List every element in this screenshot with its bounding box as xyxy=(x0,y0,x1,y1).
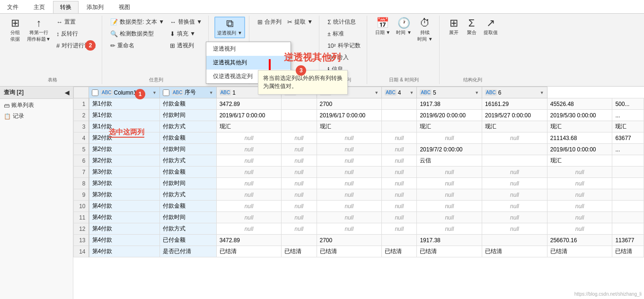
group-table-content: ⊞ 分组依据 ↑ 将第一行用作标题▼ 2 ↔ 置置 ↕ 反转行 xyxy=(7,17,98,75)
unpivot-col-button[interactable]: ⧉ 逆透视列 ▼ xyxy=(214,17,245,38)
col5-dropdown-arrow[interactable]: ▼ xyxy=(374,90,379,95)
cell-col2: 付款金额 xyxy=(159,98,216,110)
cell-data: 2019/5/30 0:00:00 xyxy=(547,110,612,121)
col1-label: Column1 xyxy=(114,89,137,96)
col2-type-icon: ABC xyxy=(172,89,184,96)
tab-file[interactable]: 文件 xyxy=(0,1,26,13)
cell-data: null xyxy=(282,155,317,167)
fill-button[interactable]: ⬇ 填充 ▼ xyxy=(168,28,204,39)
cell-data: null xyxy=(317,189,382,201)
cell-data: null xyxy=(382,189,417,201)
tab-home[interactable]: 主页 xyxy=(26,1,52,13)
collapse-panel-button[interactable]: ◀ xyxy=(65,89,69,96)
scientific-button[interactable]: 10² 科学记数 xyxy=(325,40,362,51)
use-first-row-label: 将第一行用作标题▼ xyxy=(27,29,51,43)
col8-type-icon: ABC xyxy=(485,89,497,96)
col2-checkbox[interactable] xyxy=(163,89,169,96)
col-header-4[interactable]: ABC 4 ▼ xyxy=(382,87,417,98)
extract-button[interactable]: ✂ 提取 ▼ xyxy=(285,17,315,27)
row-number: 11 xyxy=(74,212,89,223)
tab-view[interactable]: 视图 xyxy=(112,1,137,13)
scientific-icon: 10² xyxy=(327,43,335,49)
cell-data: 现汇 xyxy=(216,121,282,132)
cell-data: 现汇 xyxy=(417,121,482,132)
transpose-icon: ↔ xyxy=(56,18,62,26)
tab-transform[interactable]: 转换 xyxy=(53,1,79,13)
stats-button[interactable]: Σ 统计信息 xyxy=(325,17,358,27)
annotation-1-text: 选中这两列 xyxy=(109,128,144,138)
duration-button[interactable]: ⏱ 持续时间 ▼ xyxy=(415,17,435,44)
group-by-icon: ⊞ xyxy=(11,18,19,28)
merge-col-button[interactable]: ⊞ 合并列 xyxy=(255,17,284,27)
group-struct-label: 结构化列 xyxy=(463,75,482,83)
col-header-6[interactable]: ABC 6 ▼ xyxy=(482,87,547,98)
col2-dropdown-arrow[interactable]: ▼ xyxy=(209,90,213,95)
cell-data: 云信 xyxy=(417,155,482,167)
aggregate-button[interactable]: Σ 聚合 xyxy=(463,17,480,37)
standard-button[interactable]: ± 标准 xyxy=(325,28,346,39)
cell-data: 已结清 xyxy=(547,246,612,257)
table-container: ABC Column1 ▼ ABC 序号 ▼ xyxy=(73,87,644,257)
row-number: 10 xyxy=(74,201,89,212)
time-button[interactable]: 🕐 时间 ▼ xyxy=(394,17,414,37)
cell-data: null xyxy=(216,178,282,189)
cell-data xyxy=(612,223,644,235)
cell-data xyxy=(482,144,547,155)
data-type-button[interactable]: 📝 数据类型: 文本 ▼ xyxy=(108,17,167,27)
replace-label: 替换值 ▼ xyxy=(178,18,202,26)
date-button[interactable]: 📅 日期 ▼ xyxy=(373,17,393,37)
record-item[interactable]: 📋 记录 xyxy=(2,111,69,122)
col-header-column1[interactable]: ABC Column1 ▼ xyxy=(89,87,160,98)
cell-data: null xyxy=(282,189,317,201)
data-type-label: 数据类型: 文本 ▼ xyxy=(120,18,164,26)
group-by-label: 分组依据 xyxy=(10,29,20,43)
cell-data: null xyxy=(216,201,282,212)
col1-checkbox[interactable] xyxy=(92,89,98,96)
reverse-rows-icon: ↕ xyxy=(56,30,60,37)
tab-add-column[interactable]: 添加列 xyxy=(79,1,111,13)
unpivot-other-highlight: 逆透视其他列 xyxy=(284,51,341,64)
fill-label: 填充 ▼ xyxy=(177,30,195,38)
transpose-label: 置置 xyxy=(64,18,76,26)
rename-button[interactable]: ✏ 重命名 xyxy=(108,40,167,51)
replace-value-button[interactable]: ↔ 替换值 ▼ xyxy=(168,17,204,27)
row-number: 5 xyxy=(74,144,89,155)
data-table: ABC Column1 ▼ ABC 序号 ▼ xyxy=(73,87,644,257)
account-list-item[interactable]: 🗃 账单列表 xyxy=(2,100,69,111)
cell-data: null xyxy=(216,189,282,201)
group-by-button[interactable]: ⊞ 分组依据 xyxy=(7,17,24,44)
annotation-2: 2 xyxy=(85,40,96,51)
cell-data: null xyxy=(282,223,317,235)
col7-dropdown-arrow[interactable]: ▼ xyxy=(475,90,479,95)
cell-col1: 第4付款 xyxy=(89,235,160,246)
cell-data: null xyxy=(216,132,282,144)
cell-data: null xyxy=(216,144,282,155)
col-header-5[interactable]: ABC 5 ▼ xyxy=(417,87,482,98)
cell-data: null xyxy=(547,189,612,201)
col3-label: 1 xyxy=(232,89,236,96)
use-first-row-button[interactable]: ↑ 将第一行用作标题▼ xyxy=(25,17,53,44)
group-table-label: 表格 xyxy=(48,75,57,83)
cell-data: null xyxy=(382,167,417,178)
col8-dropdown-arrow[interactable]: ▼ xyxy=(540,90,544,95)
cell-data: 1917.38 xyxy=(417,235,482,246)
col6-dropdown-arrow[interactable]: ▼ xyxy=(409,90,414,95)
cell-col2: 是否已付清 xyxy=(159,246,216,257)
col-header-xuhao[interactable]: ABC 序号 ▼ xyxy=(159,87,216,98)
unpivot-item-other[interactable]: 逆透视其他列 xyxy=(206,56,291,70)
extract-value-button[interactable]: ↗ 提取值 xyxy=(481,17,500,37)
cell-col2: 付款方式 xyxy=(159,223,216,235)
expand-button[interactable]: ⊞ 展开 xyxy=(445,17,462,37)
cell-data: 现汇 xyxy=(547,121,612,132)
unpivot-item-unpivot[interactable]: 逆透视列 xyxy=(206,42,291,56)
left-panel: 查询 [2] ◀ 🗃 账单列表 📋 记录 xyxy=(0,87,73,299)
reverse-rows-button[interactable]: ↕ 反转行 xyxy=(54,28,98,39)
detect-label: 检测数据类型 xyxy=(120,30,154,38)
table-row: 14第4付款是否已付清已结清已结清已结清已结清已结清已结清已结清已结清 xyxy=(74,246,644,257)
detect-data-type-button[interactable]: 🔍 检测数据类型 xyxy=(108,28,167,39)
pivot-col-button[interactable]: ⊞ 透视列 xyxy=(168,40,204,51)
transpose-button[interactable]: ↔ 置置 xyxy=(54,17,98,27)
cell-col2: 付款方式 xyxy=(159,121,216,132)
cell-data: 63677 xyxy=(612,132,644,144)
col1-dropdown-arrow[interactable]: ▼ xyxy=(152,90,157,95)
